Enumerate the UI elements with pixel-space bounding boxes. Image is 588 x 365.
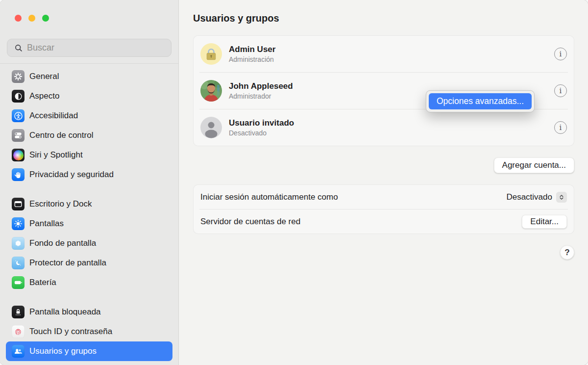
info-icon[interactable]: i [554, 121, 567, 134]
user-text: Usuario invitado Desactivado [229, 118, 547, 137]
user-role: Administración [229, 55, 547, 63]
info-icon[interactable]: i [554, 84, 567, 97]
lock-screen-icon [12, 306, 24, 318]
system-settings-window: General Aspecto [0, 0, 588, 365]
search-input[interactable] [27, 43, 166, 53]
context-menu: Opciones avanzadas... [426, 90, 535, 112]
user-name: Admin User [229, 45, 547, 54]
sidebar-item-label: Escritorio y Dock [29, 199, 92, 209]
sidebar-item-label: Protector de pantalla [29, 258, 106, 268]
nav-group-gap [6, 292, 172, 302]
sidebar-item-pantalla-bloqueada[interactable]: Pantalla bloqueada [6, 302, 172, 322]
sidebar-item-label: Pantalla bloqueada [29, 307, 101, 317]
sidebar: General Aspecto [0, 0, 178, 365]
sidebar-item-usuarios-y-grupos[interactable]: Usuarios y grupos [6, 341, 172, 361]
control-center-icon [12, 129, 24, 142]
sidebar-item-label: Privacidad y seguridad [29, 170, 114, 180]
close-window-button[interactable] [15, 15, 22, 22]
privacy-hand-icon [12, 168, 24, 181]
sidebar-item-label: Pantallas [29, 219, 64, 229]
sidebar-item-label: Batería [29, 278, 56, 287]
auto-login-value: Desactivado [506, 192, 552, 202]
user-row-admin[interactable]: Admin User Administración i [194, 36, 574, 72]
chevron-up-down-icon[interactable] [556, 192, 567, 203]
appearance-icon [12, 90, 24, 103]
sidebar-nav: General Aspecto [0, 64, 178, 361]
search-icon [14, 44, 23, 52]
touch-id-fingerprint-icon [12, 325, 24, 338]
user-role: Desactivado [229, 129, 547, 137]
wallpaper-flower-icon [12, 237, 24, 250]
main-panel: Usuarios y grupos Admin User Administrac… [178, 0, 588, 365]
sidebar-item-bateria[interactable]: Batería [6, 273, 172, 292]
sidebar-item-label: General [29, 72, 59, 81]
john-appleseed-avatar [200, 80, 222, 102]
search-field[interactable] [7, 39, 172, 57]
login-settings-card: Iniciar sesión automáticamente como Desa… [193, 184, 574, 234]
sidebar-item-label: Touch ID y contraseña [29, 327, 112, 337]
sidebar-item-pantallas[interactable]: Pantallas [6, 214, 172, 234]
context-menu-item-advanced-options[interactable]: Opciones avanzadas... [429, 93, 532, 109]
user-text: Admin User Administración [229, 45, 547, 63]
sidebar-item-label: Aspecto [29, 91, 59, 101]
auto-login-label: Iniciar sesión automáticamente como [200, 192, 338, 202]
nav-group-gap [6, 184, 172, 194]
sidebar-item-touch-id[interactable]: Touch ID y contraseña [6, 322, 172, 341]
page-title: Usuarios y grupos [193, 13, 588, 24]
window-titlebar [0, 0, 178, 31]
siri-icon [12, 149, 24, 161]
users-groups-icon [12, 345, 24, 358]
network-account-server-row: Servidor de cuentas de red Editar... [194, 209, 574, 234]
gear-icon [12, 70, 24, 83]
help-button[interactable]: ? [560, 245, 574, 260]
sidebar-item-siri-y-spotlight[interactable]: Siri y Spotlight [6, 145, 172, 165]
sidebar-item-label: Fondo de pantalla [29, 238, 96, 248]
displays-sun-icon [12, 217, 24, 230]
sidebar-item-label: Centro de control [29, 130, 93, 140]
add-account-row: Agregar cuenta... [193, 157, 574, 173]
screensaver-moon-icon [12, 257, 24, 269]
sidebar-item-centro-de-control[interactable]: Centro de control [6, 126, 172, 145]
sidebar-item-fondo-de-pantalla[interactable]: Fondo de pantalla [6, 234, 172, 253]
user-name: John Appleseed [229, 81, 547, 91]
sidebar-item-protector-de-pantalla[interactable]: Protector de pantalla [6, 253, 172, 273]
user-name: Usuario invitado [229, 118, 547, 128]
guest-user-avatar [200, 117, 222, 138]
info-icon[interactable]: i [554, 48, 567, 60]
sidebar-item-label: Siri y Spotlight [29, 150, 83, 160]
sidebar-item-label: Accesibilidad [29, 111, 78, 121]
battery-icon [12, 276, 24, 289]
edit-button[interactable]: Editar... [522, 215, 567, 229]
network-server-label: Servidor de cuentas de red [200, 217, 300, 227]
sidebar-item-accesibilidad[interactable]: Accesibilidad [6, 106, 172, 126]
sidebar-item-privacidad-y-seguridad[interactable]: Privacidad y seguridad [6, 165, 172, 184]
auto-login-select[interactable]: Desactivado [506, 192, 567, 203]
user-row-guest[interactable]: Usuario invitado Desactivado i [194, 109, 574, 146]
sidebar-item-aspecto[interactable]: Aspecto [6, 86, 172, 106]
add-account-button[interactable]: Agregar cuenta... [494, 157, 574, 173]
sidebar-item-label: Usuarios y grupos [29, 346, 97, 356]
admin-lock-avatar [200, 43, 222, 65]
sidebar-item-escritorio-y-dock[interactable]: Escritorio y Dock [6, 194, 172, 214]
sidebar-item-general[interactable]: General [6, 67, 172, 86]
accessibility-icon [12, 109, 24, 122]
minimize-window-button[interactable] [28, 15, 35, 22]
desktop-dock-icon [12, 198, 24, 210]
zoom-window-button[interactable] [42, 15, 49, 22]
auto-login-row: Iniciar sesión automáticamente como Desa… [194, 185, 574, 209]
